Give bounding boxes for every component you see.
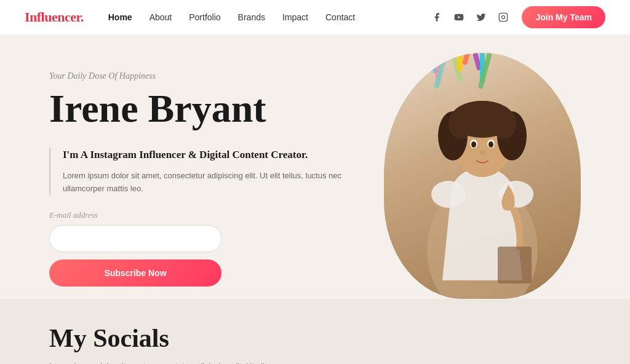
subscribe-button[interactable]: Subscribe Now <box>49 259 221 287</box>
email-input[interactable] <box>49 225 221 252</box>
hero-photo <box>384 53 581 299</box>
join-team-button[interactable]: Join My Team <box>522 6 605 28</box>
email-label: E-mail address <box>49 210 359 220</box>
svg-rect-19 <box>498 247 532 283</box>
svg-point-17 <box>488 141 493 148</box>
hero-content: Your Daily Dose Of Happiness Irene Bryan… <box>49 59 384 287</box>
youtube-icon[interactable] <box>453 11 465 23</box>
instagram-icon[interactable] <box>497 11 509 23</box>
nav-item-home[interactable]: Home <box>108 12 132 22</box>
hero-section: Your Daily Dose Of Happiness Irene Bryan… <box>0 34 630 299</box>
hero-tagline: Your Daily Dose Of Happiness <box>49 71 359 81</box>
social-icons <box>431 11 509 23</box>
hero-description-block: I'm A Instagram Influencer & Digital Con… <box>49 148 359 195</box>
nav-item-brands[interactable]: Brands <box>238 12 265 22</box>
facebook-icon[interactable] <box>431 11 443 23</box>
twitter-icon[interactable] <box>475 11 487 23</box>
svg-point-4 <box>431 181 466 208</box>
hero-body-text: Lorem ipsum dolor sit amet, consectetur … <box>63 170 359 196</box>
socials-title: My Socials <box>49 323 581 353</box>
nav-item-portfolio[interactable]: Portfolio <box>189 12 220 22</box>
brand-dot: . <box>81 9 84 25</box>
socials-section: My Socials Lorem ipsum dolor sit amet, c… <box>0 299 630 364</box>
svg-rect-1 <box>500 13 508 21</box>
nav-item-about[interactable]: About <box>150 12 172 22</box>
nav-item-contact[interactable]: Contact <box>325 12 355 22</box>
socials-body: Lorem ipsum dolor sit amet, consectetur … <box>49 360 283 364</box>
navbar: Influencer. Home About Portfolio Brands … <box>0 0 630 34</box>
nav-item-impact[interactable]: Impact <box>282 12 308 22</box>
brand-name: Influencer <box>25 9 81 25</box>
hero-name: Irene Bryant <box>49 87 359 130</box>
svg-point-16 <box>471 141 476 148</box>
hero-subtitle: I'm A Instagram Influencer & Digital Con… <box>63 148 359 162</box>
nav-links: Home About Portfolio Brands Impact Conta… <box>108 12 355 22</box>
svg-point-18 <box>479 150 485 155</box>
svg-point-13 <box>455 101 509 128</box>
brand-logo[interactable]: Influencer. <box>25 9 84 25</box>
hero-image <box>384 53 581 299</box>
person-silhouette <box>402 65 562 299</box>
